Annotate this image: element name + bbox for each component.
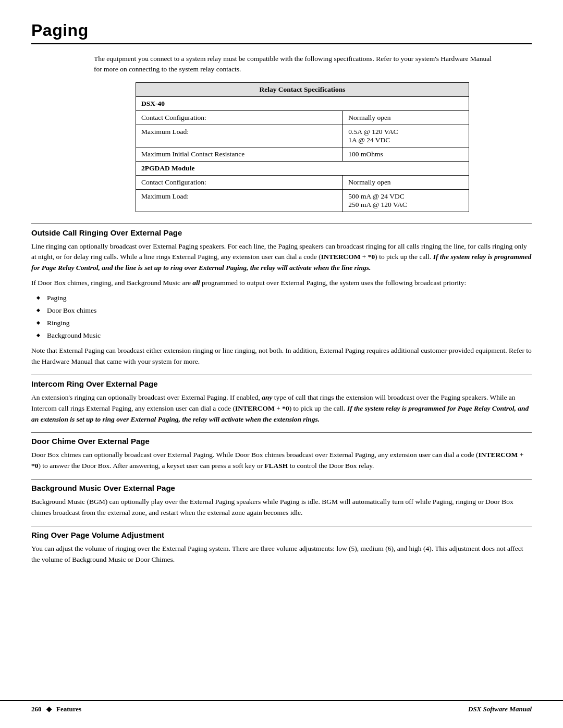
section-title-intercom-ring: Intercom Ring Over External Page xyxy=(31,379,532,388)
table-row: Maximum Initial Contact Resistance 100 m… xyxy=(136,147,469,161)
2pgdad-max-load-label: Maximum Load: xyxy=(136,189,343,212)
intercom-ring-italic: If the system relay is programmed for Pa… xyxy=(31,404,529,423)
list-item-door-box-chimes: Door Box chimes xyxy=(47,305,532,316)
max-contact-resistance-label: Maximum Initial Contact Resistance xyxy=(136,147,343,161)
table-header: Relay Contact Specifications xyxy=(136,82,469,96)
table-section-dsx40: DSX-40 xyxy=(136,96,469,110)
section-body-intercom-ring: An extension's ringing can optionally br… xyxy=(31,392,532,425)
2pgdad-contact-config-label: Contact Configuration: xyxy=(136,175,343,189)
section-rule-intercom-ring xyxy=(31,375,532,375)
intercom-code-bold2: INTERCOM xyxy=(235,404,275,412)
section-rule-outside-call xyxy=(31,224,532,224)
max-load-label: Maximum Load: xyxy=(136,125,343,147)
outside-call-para2: If Door Box chimes, ringing, and Backgro… xyxy=(31,278,532,289)
footer-manual-label: DSX Software Manual xyxy=(468,705,532,713)
section-outside-call: Outside Call Ringing Over External Page … xyxy=(31,224,532,367)
any-italic: any xyxy=(262,393,272,401)
page-title: Paging xyxy=(31,21,532,40)
table-row: Contact Configuration: Normally open xyxy=(136,175,469,189)
section-door-chime: Door Chime Over External Page Door Box c… xyxy=(31,432,532,472)
footer-right: DSX Software Manual xyxy=(468,705,532,713)
contact-config-value: Normally open xyxy=(343,110,469,125)
section-title-outside-call: Outside Call Ringing Over External Page xyxy=(31,228,532,237)
section-title-ring-volume: Ring Over Page Volume Adjustment xyxy=(31,530,532,539)
max-load-value: 0.5A @ 120 VAC1A @ 24 VDC xyxy=(343,125,469,147)
contact-config-label: Contact Configuration: xyxy=(136,110,343,125)
2pgdad-contact-config-value: Normally open xyxy=(343,175,469,189)
section-body-ring-volume: You can adjust the volume of ringing ove… xyxy=(31,544,532,565)
background-music-para1: Background Music (BGM) can optionally pl… xyxy=(31,497,532,519)
outside-call-italic1: If the system relay is programmed for Pa… xyxy=(31,253,531,272)
2pgdad-label: 2PGDAD Module xyxy=(141,164,194,172)
section-intercom-ring: Intercom Ring Over External Page An exte… xyxy=(31,375,532,425)
intercom-code-bold3: INTERCOM xyxy=(479,451,518,459)
outside-call-para1: Line ringing can optionally broadcast ov… xyxy=(31,241,532,274)
outside-call-closing: Note that External Paging can broadcast … xyxy=(31,346,532,367)
star0-bold: *0 xyxy=(368,253,375,261)
list-item-paging: Paging xyxy=(47,293,532,304)
list-item-ringing: Ringing xyxy=(47,318,532,329)
title-divider xyxy=(31,43,532,44)
dsx40-label: DSX-40 xyxy=(141,100,165,107)
footer-page-number: 260 xyxy=(31,705,42,713)
footer: 260 ◆ Features DSX Software Manual xyxy=(0,700,563,718)
star0-bold3: *0 xyxy=(31,462,39,470)
broadcast-priority-list: Paging Door Box chimes Ringing Backgroun… xyxy=(47,293,532,341)
relay-contact-table: Relay Contact Specifications DSX-40 Cont… xyxy=(136,82,469,212)
table-section-2pgdad: 2PGDAD Module xyxy=(136,161,469,175)
section-rule-door-chime xyxy=(31,432,532,433)
footer-diamond: ◆ xyxy=(46,705,52,713)
intercom-ring-para1: An extension's ringing can optionally br… xyxy=(31,392,532,425)
star0-bold2: *0 xyxy=(282,404,289,412)
list-item-background-music: Background Music xyxy=(47,330,532,341)
relay-table-wrapper: Relay Contact Specifications DSX-40 Cont… xyxy=(136,82,469,212)
section-background-music: Background Music Over External Page Back… xyxy=(31,479,532,519)
section-body-outside-call: Line ringing can optionally broadcast ov… xyxy=(31,241,532,367)
table-row: Contact Configuration: Normally open xyxy=(136,110,469,125)
section-title-background-music: Background Music Over External Page xyxy=(31,484,532,492)
max-contact-resistance-value: 100 mOhms xyxy=(343,147,469,161)
table-row: Maximum Load: 0.5A @ 120 VAC1A @ 24 VDC xyxy=(136,125,469,147)
section-ring-volume: Ring Over Page Volume Adjustment You can… xyxy=(31,526,532,565)
ring-volume-para1: You can adjust the volume of ringing ove… xyxy=(31,544,532,565)
footer-left: 260 ◆ Features xyxy=(31,705,81,713)
section-body-door-chime: Door Box chimes can optionally broadcast… xyxy=(31,450,532,472)
intercom-code-bold: INTERCOM xyxy=(321,253,361,261)
door-chime-para1: Door Box chimes can optionally broadcast… xyxy=(31,450,532,472)
section-body-background-music: Background Music (BGM) can optionally pl… xyxy=(31,497,532,519)
section-rule-background-music xyxy=(31,479,532,479)
table-row: Maximum Load: 500 mA @ 24 VDC250 mA @ 12… xyxy=(136,189,469,212)
all-italic: all xyxy=(192,279,200,287)
section-rule-ring-volume xyxy=(31,526,532,526)
page: Paging The equipment you connect to a sy… xyxy=(0,0,563,728)
intro-text: The equipment you connect to a system re… xyxy=(94,54,500,75)
footer-features-label: Features xyxy=(56,705,81,713)
section-title-door-chime: Door Chime Over External Page xyxy=(31,437,532,446)
flash-bold: FLASH xyxy=(264,462,288,470)
2pgdad-max-load-value: 500 mA @ 24 VDC250 mA @ 120 VAC xyxy=(343,189,469,212)
